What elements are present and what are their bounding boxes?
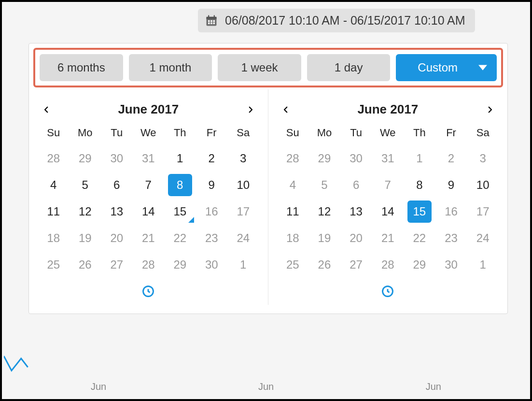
calendar-day: 19 bbox=[70, 225, 101, 251]
calendar-day: 22 bbox=[404, 225, 435, 251]
calendar-day: 1 bbox=[404, 145, 435, 172]
date-range-display[interactable]: 06/08/2017 10:10 AM - 06/15/2017 10:10 A… bbox=[198, 9, 475, 32]
day-of-week-header: Mo bbox=[308, 122, 340, 145]
calendar-day[interactable]: 4 bbox=[38, 172, 70, 198]
calendar-day: 24 bbox=[227, 225, 259, 251]
calendar-day: 31 bbox=[372, 145, 404, 172]
calendar-day[interactable]: 15 bbox=[404, 198, 435, 225]
preset-1-week-button[interactable]: 1 week bbox=[218, 54, 301, 81]
preset-6-months-button[interactable]: 6 months bbox=[40, 54, 123, 81]
calendar-day[interactable]: 13 bbox=[340, 198, 372, 225]
calendar-day[interactable]: 3 bbox=[227, 145, 259, 172]
caret-down-icon bbox=[478, 65, 487, 71]
svg-rect-1 bbox=[207, 16, 217, 19]
calendar-day[interactable]: 8 bbox=[164, 172, 196, 198]
calendar-day[interactable]: 9 bbox=[196, 172, 228, 198]
day-of-week-header: Th bbox=[164, 122, 196, 145]
calendar-day[interactable]: 5 bbox=[70, 172, 101, 198]
calendar-day[interactable]: 6 bbox=[101, 172, 133, 198]
svg-rect-3 bbox=[214, 15, 215, 18]
calendar-day: 4 bbox=[277, 172, 309, 198]
calendar-day: 23 bbox=[196, 225, 228, 251]
calendar-day: 31 bbox=[133, 145, 165, 172]
preset-1-day-button[interactable]: 1 day bbox=[307, 54, 391, 81]
preset-label: Custom bbox=[418, 61, 458, 74]
preset-1-month-button[interactable]: 1 month bbox=[129, 54, 212, 81]
time-picker-button[interactable] bbox=[141, 285, 155, 300]
day-of-week-header: Sa bbox=[467, 122, 499, 145]
preset-custom-button[interactable]: Custom bbox=[396, 54, 497, 81]
day-of-week-header: Mo bbox=[70, 122, 101, 145]
calendar-day: 30 bbox=[340, 145, 372, 172]
calendar-day: 29 bbox=[164, 251, 196, 278]
calendar-day[interactable]: 11 bbox=[38, 198, 70, 225]
day-of-week-header: Su bbox=[38, 122, 70, 145]
calendar-day[interactable]: 11 bbox=[277, 198, 309, 225]
calendar-day: 1 bbox=[227, 251, 259, 278]
calendar-day[interactable]: 7 bbox=[133, 172, 165, 198]
calendar-day: 17 bbox=[227, 198, 259, 225]
calendar-day: 20 bbox=[340, 225, 372, 251]
calendar-day[interactable]: 14 bbox=[133, 198, 165, 225]
calendar-day[interactable]: 2 bbox=[196, 145, 228, 172]
time-picker-button[interactable] bbox=[381, 285, 394, 300]
calendar-day: 25 bbox=[38, 251, 70, 278]
next-month-button[interactable] bbox=[245, 104, 256, 115]
calendar-day: 18 bbox=[38, 225, 70, 251]
svg-rect-7 bbox=[208, 22, 210, 24]
preset-row-highlight: 6 months 1 month 1 week 1 day Custom bbox=[33, 48, 503, 87]
day-of-week-header: We bbox=[133, 122, 165, 145]
background-chart: Jun Jun Jun bbox=[4, 329, 528, 397]
axis-label: Jun bbox=[91, 381, 106, 392]
calendar-day: 27 bbox=[340, 251, 372, 278]
calendar-day[interactable]: 15 bbox=[164, 198, 196, 225]
calendar-day: 28 bbox=[38, 145, 70, 172]
calendar-day: 30 bbox=[101, 145, 133, 172]
calendar-day: 7 bbox=[372, 172, 404, 198]
calendar-day: 26 bbox=[308, 251, 340, 278]
calendar-start: June 2017 SuMoTuWeThFrSa2829303112345678… bbox=[29, 89, 268, 305]
calendar-end: June 2017 SuMoTuWeThFrSa2829303112345678… bbox=[268, 89, 508, 305]
next-month-button[interactable] bbox=[484, 104, 496, 115]
calendar-day: 16 bbox=[435, 198, 467, 225]
calendar-day: 29 bbox=[70, 145, 101, 172]
calendar-day[interactable]: 12 bbox=[70, 198, 101, 225]
date-range-text: 06/08/2017 10:10 AM - 06/15/2017 10:10 A… bbox=[225, 14, 465, 28]
calendar-day[interactable]: 10 bbox=[467, 172, 499, 198]
calendar-day[interactable]: 13 bbox=[101, 198, 133, 225]
calendar-day[interactable]: 14 bbox=[372, 198, 404, 225]
calendar-day: 28 bbox=[372, 251, 404, 278]
calendar-day: 16 bbox=[196, 198, 228, 225]
calendar-day: 17 bbox=[467, 198, 499, 225]
calendar-day: 1 bbox=[467, 251, 499, 278]
svg-rect-8 bbox=[210, 22, 212, 24]
month-title: June 2017 bbox=[118, 102, 179, 117]
calendar-day[interactable]: 12 bbox=[308, 198, 340, 225]
calendar-day[interactable]: 1 bbox=[164, 145, 196, 172]
calendar-day: 30 bbox=[196, 251, 228, 278]
calendar-day[interactable]: 8 bbox=[404, 172, 435, 198]
calendar-day: 18 bbox=[277, 225, 309, 251]
day-of-week-header: Su bbox=[277, 122, 309, 145]
prev-month-button[interactable] bbox=[41, 104, 52, 115]
calendar-day: 30 bbox=[435, 251, 467, 278]
calendar-day: 3 bbox=[467, 145, 499, 172]
calendar-day: 19 bbox=[308, 225, 340, 251]
day-of-week-header: Fr bbox=[435, 122, 467, 145]
prev-month-button[interactable] bbox=[280, 104, 292, 115]
calendar-day[interactable]: 9 bbox=[435, 172, 467, 198]
day-of-week-header: Fr bbox=[196, 122, 228, 145]
calendar-day: 25 bbox=[277, 251, 309, 278]
preset-label: 1 month bbox=[150, 61, 192, 74]
preset-label: 1 day bbox=[335, 61, 363, 74]
day-of-week-header: Th bbox=[404, 122, 435, 145]
calendar-day[interactable]: 10 bbox=[227, 172, 259, 198]
calendar-day: 29 bbox=[308, 145, 340, 172]
month-title: June 2017 bbox=[357, 102, 418, 117]
calendar-day: 5 bbox=[308, 172, 340, 198]
calendar-day: 20 bbox=[101, 225, 133, 251]
date-picker-panel: 6 months 1 month 1 week 1 day Custom bbox=[28, 43, 508, 314]
calendar-day: 27 bbox=[101, 251, 133, 278]
axis-label: Jun bbox=[258, 381, 274, 392]
calendar-day: 22 bbox=[164, 225, 196, 251]
